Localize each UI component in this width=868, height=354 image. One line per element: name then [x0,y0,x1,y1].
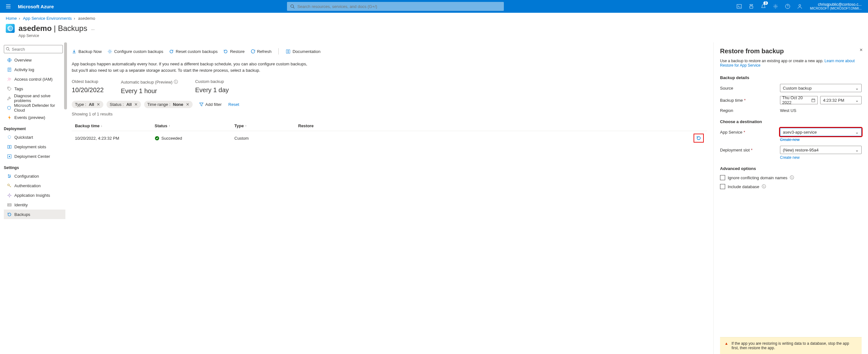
configure-backups-button[interactable]: Configure custom backups [107,49,163,54]
region-value: West US [780,108,796,113]
close-icon[interactable]: ✕ [134,102,138,107]
global-search[interactable] [287,2,504,11]
ignore-domains-checkbox[interactable] [720,175,725,180]
oldest-backup-value: 10/20/2022 [72,86,104,94]
brand[interactable]: Microsoft Azure [14,4,58,9]
auto-backup-label: Automatic backup (Preview) ⓘ [121,79,178,85]
sidebar-item-tags[interactable]: Tags [4,84,65,93]
add-filter-button[interactable]: Add filter [196,100,225,109]
filter-chip-time[interactable]: Time range : None ✕ [144,101,193,108]
restore-blade: ✕ Restore from backup Use a backup to re… [713,42,868,354]
sidebar-search-input[interactable] [4,45,63,53]
sidebar-item-diagnose-and-solve-problems[interactable]: Diagnose and solve problems [4,93,65,103]
svg-point-4 [799,4,801,6]
close-icon[interactable]: ✕ [186,102,189,107]
feedback-icon[interactable] [794,0,806,13]
backup-date-picker[interactable]: Thu Oct 20 2022 [780,96,817,104]
sidebar-item-backups[interactable]: Backups [4,209,65,219]
include-db-checkbox[interactable] [720,184,725,189]
header-restore: Restore [298,123,704,128]
appservice-dropdown[interactable]: asev3-app-service⌄ [780,128,862,136]
sidebar-item-deployment-slots[interactable]: Deployment slots [4,142,65,151]
reset-backups-button[interactable]: Reset custom backups [169,49,218,54]
svg-point-16 [8,174,9,175]
source-label: Source [720,86,777,91]
sidebar-item-access-control-iam-[interactable]: Access control (IAM) [4,74,65,84]
header-status[interactable]: Status ↑ [155,123,235,128]
refresh-button[interactable]: Refresh [250,49,272,54]
svg-point-20 [8,194,10,196]
directories-icon[interactable] [746,0,757,13]
svg-point-17 [9,176,10,177]
warning-icon: ▲ [724,341,728,350]
center-icon [7,154,12,159]
create-app-link[interactable]: Create new [780,138,862,142]
sidebar-item-configuration[interactable]: Configuration [4,171,65,181]
sidebar-item-microsoft-defender-for-cloud[interactable]: Microsoft Defender for Cloud [4,103,65,113]
sort-up-icon: ↑ [169,124,170,127]
help-icon[interactable] [782,0,794,13]
info-icon[interactable]: ⓘ [790,175,794,180]
page-title: asedemo | Backups [19,24,87,33]
sidebar-item-events-preview-[interactable]: Events (preview) [4,113,65,122]
breadcrumb-home[interactable]: Home [6,16,17,21]
ignore-domains-label: Ignore conflicting domain names [728,175,787,180]
info-icon[interactable]: ⓘ [174,79,178,85]
close-icon[interactable]: ✕ [97,102,100,107]
svg-point-23 [109,50,111,52]
rocket-icon [7,135,12,140]
create-slot-link[interactable]: Create new [780,155,862,160]
region-label: Region [720,108,777,113]
table-row[interactable]: 10/20/2022, 4:23:32 PM Succeeded Custom [72,131,707,145]
header-type[interactable]: Type ↑ [235,123,298,128]
row-restore-button[interactable] [693,134,704,143]
backup-now-button[interactable]: Backup Now [72,49,102,54]
source-dropdown[interactable]: Custom backup⌄ [780,84,862,92]
sidebar-item-authentication[interactable]: Authentication [4,181,65,190]
svg-point-9 [8,78,9,80]
cloud-shell-icon[interactable] [734,0,745,13]
account-tenant: MICROSOFT (MICROSOFT.ONMI... [810,7,862,10]
section-deployment: Deployment [4,127,65,131]
svg-point-22 [8,204,9,205]
chevron-down-icon: ⌄ [855,98,859,103]
search-icon [6,47,10,51]
sidebar-item-deployment-center[interactable]: Deployment Center [4,151,65,161]
restore-button[interactable]: Restore [223,49,245,54]
backup-time-picker[interactable]: 4:23:32 PM⌄ [820,96,862,104]
custom-backup-value: Every 1 day [195,86,229,94]
documentation-button[interactable]: Documentation [286,49,320,54]
svg-rect-25 [812,99,815,102]
svg-point-2 [775,6,776,7]
svg-point-11 [8,87,9,88]
toolbar: Backup Now Configure custom backups Rese… [72,46,707,58]
close-blade-button[interactable]: ✕ [859,48,863,52]
toolbar-divider [278,48,279,55]
info-icon[interactable]: ⓘ [762,184,766,189]
svg-rect-12 [7,145,9,148]
slot-dropdown[interactable]: (New) restore-95a4⌄ [780,146,862,154]
breadcrumb-ase[interactable]: App Service Environments [23,16,72,21]
header-backup-time[interactable]: Backup time ↓ [75,123,155,128]
calendar-icon [811,98,815,102]
notifications-icon[interactable]: 3 [758,0,769,13]
sidebar-item-activity-log[interactable]: Activity log [4,65,65,74]
filter-chip-type[interactable]: Type : All ✕ [72,101,103,108]
top-bar: Microsoft Azure 3 chrisqpublic@contoso.c… [0,0,868,13]
sidebar-item-overview[interactable]: Overview [4,55,65,65]
sidebar-item-application-insights[interactable]: Application Insights [4,190,65,200]
reset-filters-link[interactable]: Reset [228,102,239,107]
sidebar-item-identity[interactable]: Identity [4,200,65,209]
sidebar-item-quickstart[interactable]: Quickstart [4,132,65,142]
globe-icon [7,58,12,62]
resource-icon [6,24,15,33]
global-search-input[interactable] [297,4,501,9]
filter-chip-status[interactable]: Status : All ✕ [106,101,141,108]
more-menu[interactable]: ... [91,26,95,31]
menu-icon[interactable] [3,4,14,9]
backup-icon [7,212,12,217]
settings-icon[interactable] [770,0,781,13]
backup-time-label: Backup time * [720,98,777,103]
account-email: chrisqpublic@contoso.c... [810,2,862,7]
account-menu[interactable]: chrisqpublic@contoso.c... MICROSOFT (MIC… [806,2,865,10]
